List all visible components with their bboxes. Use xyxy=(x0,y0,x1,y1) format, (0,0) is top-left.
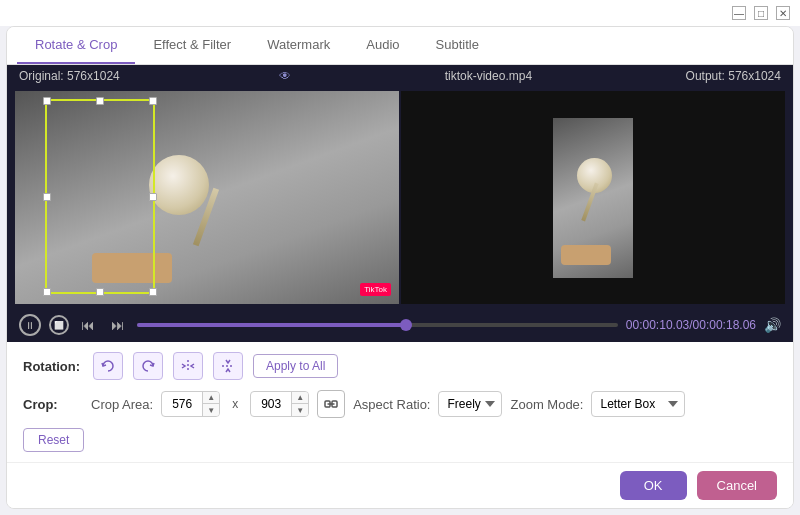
reset-button[interactable]: Reset xyxy=(23,428,84,452)
crop-handle-tm[interactable] xyxy=(96,97,104,105)
rotation-row: Rotation: xyxy=(23,352,777,380)
crop-handle-mr[interactable] xyxy=(149,193,157,201)
tab-bar: Rotate & Crop Effect & Filter Watermark … xyxy=(7,27,793,65)
tab-subtitle[interactable]: Subtitle xyxy=(418,27,497,64)
crop-frame[interactable] xyxy=(45,99,155,294)
output-resolution: Output: 576x1024 xyxy=(686,69,781,83)
main-window: Rotate & Crop Effect & Filter Watermark … xyxy=(6,26,794,509)
crop-label: Crop: xyxy=(23,397,83,412)
crop-handle-bl[interactable] xyxy=(43,288,51,296)
center-icon xyxy=(324,397,338,411)
scrubber-thumb[interactable] xyxy=(400,319,412,331)
scrubber-fill xyxy=(137,323,406,327)
crop-width-input[interactable] xyxy=(162,395,202,413)
crop-area-label: Crop Area: xyxy=(91,397,153,412)
rotate-left-button[interactable] xyxy=(93,352,123,380)
tab-rotate-crop[interactable]: Rotate & Crop xyxy=(17,27,135,64)
total-time: 00:00:18.06 xyxy=(693,318,756,332)
crop-height-spinners: ▲ ▼ xyxy=(291,391,308,417)
crop-height-input[interactable] xyxy=(251,395,291,413)
flip-vertical-button[interactable] xyxy=(213,352,243,380)
source-video-panel: TikTok xyxy=(15,91,399,304)
tab-audio[interactable]: Audio xyxy=(348,27,417,64)
video-info-bar: Original: 576x1024 👁 tiktok-video.mp4 Ou… xyxy=(7,65,793,87)
crop-handle-tr[interactable] xyxy=(149,97,157,105)
ok-button[interactable]: OK xyxy=(620,471,687,500)
crop-width-down-button[interactable]: ▼ xyxy=(203,404,219,417)
video-panels: TikTok xyxy=(7,87,793,308)
rotation-label: Rotation: xyxy=(23,359,83,374)
zoom-mode-select[interactable]: Letter Box Pan & Scan Full xyxy=(591,391,685,417)
crop-height-down-button[interactable]: ▼ xyxy=(292,404,308,417)
controls-area: Rotation: xyxy=(7,342,793,462)
minimize-button[interactable]: — xyxy=(732,6,746,20)
rotate-right-icon xyxy=(140,358,156,374)
crop-handle-br[interactable] xyxy=(149,288,157,296)
footer: OK Cancel xyxy=(7,462,793,508)
current-time: 00:00:10.03 xyxy=(626,318,689,332)
maximize-button[interactable]: □ xyxy=(754,6,768,20)
original-resolution: Original: 576x1024 xyxy=(19,69,120,83)
volume-icon[interactable]: 🔊 xyxy=(764,317,781,333)
crop-handle-tl[interactable] xyxy=(43,97,51,105)
flip-h-icon xyxy=(180,358,196,374)
eye-icon[interactable]: 👁 xyxy=(279,69,291,83)
crop-handle-bm[interactable] xyxy=(96,288,104,296)
rotate-right-button[interactable] xyxy=(133,352,163,380)
timeline-bar: ⏸ ⬜ ⏮ ⏭ 00:00:10.03/00:00:18.06 🔊 xyxy=(7,308,793,342)
apply-to-all-button[interactable]: Apply to All xyxy=(253,354,338,378)
crop-width-input-group: ▲ ▼ xyxy=(161,391,220,417)
stop-button[interactable]: ⬜ xyxy=(49,315,69,335)
flip-horizontal-button[interactable] xyxy=(173,352,203,380)
tab-watermark[interactable]: Watermark xyxy=(249,27,348,64)
scrubber-track[interactable] xyxy=(137,323,618,327)
reset-row: Reset xyxy=(23,428,777,452)
rotate-left-icon xyxy=(100,358,116,374)
cancel-button[interactable]: Cancel xyxy=(697,471,777,500)
tab-effect-filter[interactable]: Effect & Filter xyxy=(135,27,249,64)
crop-height-up-button[interactable]: ▲ xyxy=(292,391,308,404)
crop-width-spinners: ▲ ▼ xyxy=(202,391,219,417)
flip-v-icon xyxy=(220,358,236,374)
zoom-mode-label: Zoom Mode: xyxy=(510,397,583,412)
crop-handle-ml[interactable] xyxy=(43,193,51,201)
next-frame-button[interactable]: ⏭ xyxy=(107,315,129,335)
time-display: 00:00:10.03/00:00:18.06 xyxy=(626,318,756,332)
aspect-ratio-select[interactable]: Freely 16:9 4:3 1:1 9:16 xyxy=(438,391,502,417)
aspect-ratio-label: Aspect Ratio: xyxy=(353,397,430,412)
video-area: Original: 576x1024 👁 tiktok-video.mp4 Ou… xyxy=(7,65,793,342)
title-bar: — □ ✕ xyxy=(0,0,800,26)
close-button[interactable]: ✕ xyxy=(776,6,790,20)
video-filename: tiktok-video.mp4 xyxy=(445,69,532,83)
pause-button[interactable]: ⏸ xyxy=(19,314,41,336)
tiktok-badge: TikTok xyxy=(360,283,391,296)
crop-height-input-group: ▲ ▼ xyxy=(250,391,309,417)
preview-video-panel xyxy=(401,91,785,304)
crop-row: Crop: Crop Area: ▲ ▼ x ▲ ▼ xyxy=(23,390,777,418)
crop-width-up-button[interactable]: ▲ xyxy=(203,391,219,404)
x-separator: x xyxy=(232,397,238,411)
prev-frame-button[interactable]: ⏮ xyxy=(77,315,99,335)
center-crop-button[interactable] xyxy=(317,390,345,418)
